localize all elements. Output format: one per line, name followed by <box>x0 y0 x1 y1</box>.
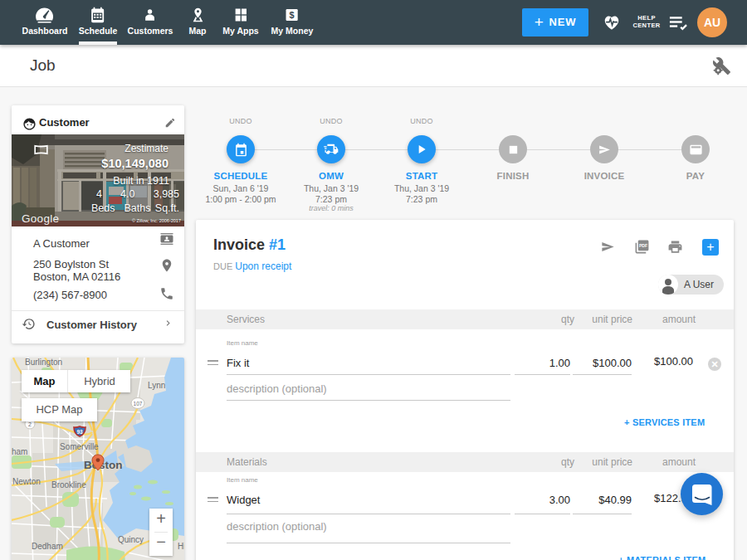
svg-text:$: $ <box>290 10 295 20</box>
svg-text:Burlington: Burlington <box>25 358 62 367</box>
svg-text:93: 93 <box>76 429 83 435</box>
svg-text:Somerville: Somerville <box>60 442 99 451</box>
svg-text:Newton: Newton <box>12 477 41 486</box>
svg-text:Hi: Hi <box>178 542 184 551</box>
svg-text:Lynn: Lynn <box>148 381 165 390</box>
svg-text:107: 107 <box>134 401 143 407</box>
svg-text:ham: ham <box>12 447 27 456</box>
svg-text:Brookline: Brookline <box>51 480 86 489</box>
svg-text:Quincy: Quincy <box>118 535 144 544</box>
svg-text:Dedham: Dedham <box>32 542 63 551</box>
svg-text:PDF: PDF <box>639 243 647 248</box>
svg-text:2: 2 <box>28 421 32 427</box>
